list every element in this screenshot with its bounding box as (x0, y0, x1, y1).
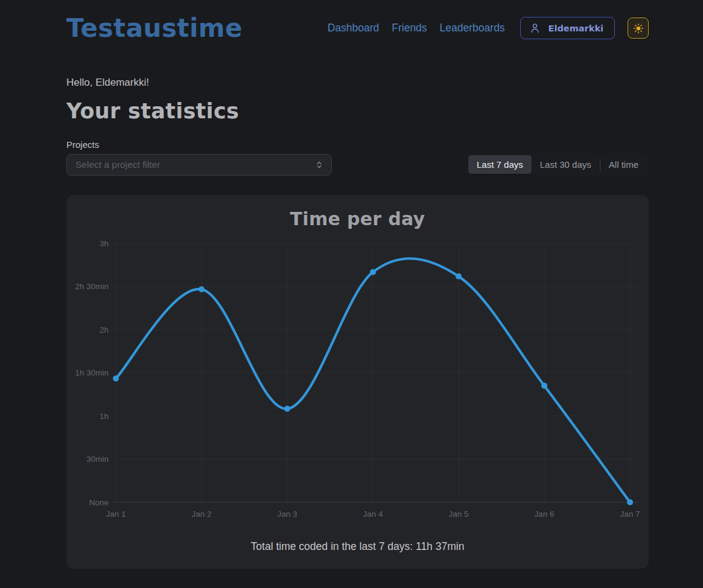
svg-text:Jan 1: Jan 1 (106, 510, 126, 519)
svg-text:Jan 7: Jan 7 (620, 510, 640, 519)
project-filter-select[interactable]: Select a project filter (66, 154, 332, 176)
svg-text:2h: 2h (100, 325, 109, 334)
projects-label: Projects (66, 139, 332, 150)
svg-text:Jan 5: Jan 5 (448, 510, 468, 519)
theme-toggle-button[interactable] (628, 18, 649, 39)
svg-text:1h 30min: 1h 30min (75, 368, 109, 377)
greeting-text: Hello, Eldemarkki! (66, 77, 649, 89)
svg-text:None: None (89, 498, 109, 507)
nav-dashboard[interactable]: Dashboard (328, 22, 380, 34)
nav-friends[interactable]: Friends (392, 22, 427, 34)
time-range-segmented-control: Last 7 days Last 30 days All time (466, 153, 649, 176)
user-menu-button[interactable]: Eldemarkki (520, 17, 615, 39)
filter-row: Projects Select a project filter Last 7 … (66, 139, 649, 176)
nav-leaderboards[interactable]: Leaderboards (440, 22, 505, 34)
svg-text:1h: 1h (100, 412, 109, 421)
range-last-30-days[interactable]: Last 30 days (532, 155, 600, 174)
page-title: Your statistics (66, 99, 649, 123)
time-per-day-card: Time per day None30min1h1h 30min2h2h 30m… (66, 195, 649, 569)
range-all-time[interactable]: All time (600, 155, 647, 174)
range-last-7-days[interactable]: Last 7 days (468, 155, 532, 174)
chevron-up-down-icon (314, 160, 324, 170)
user-icon (529, 22, 541, 34)
chart-title: Time per day (66, 208, 649, 229)
app-logo[interactable]: Testaustime (66, 13, 243, 43)
svg-text:Jan 4: Jan 4 (363, 510, 383, 519)
project-select-placeholder: Select a project filter (75, 159, 160, 170)
total-time-summary: Total time coded in the last 7 days: 11h… (66, 540, 649, 553)
sun-icon (632, 22, 644, 34)
main-nav: Dashboard Friends Leaderboards Eldemarkk… (328, 17, 649, 39)
user-name-label: Eldemarkki (549, 24, 603, 33)
svg-text:Jan 3: Jan 3 (277, 510, 297, 519)
svg-text:3h: 3h (100, 239, 109, 248)
page-container: Testaustime Dashboard Friends Leaderboar… (66, 0, 649, 569)
project-filter-group: Projects Select a project filter (66, 139, 332, 176)
svg-text:30min: 30min (86, 455, 109, 464)
svg-text:2h 30min: 2h 30min (75, 282, 109, 291)
svg-text:Jan 6: Jan 6 (534, 510, 554, 519)
app-header: Testaustime Dashboard Friends Leaderboar… (66, 0, 649, 43)
svg-text:Jan 2: Jan 2 (191, 510, 211, 519)
time-per-day-chart: None30min1h1h 30min2h2h 30min3hJan 1Jan … (66, 231, 649, 528)
